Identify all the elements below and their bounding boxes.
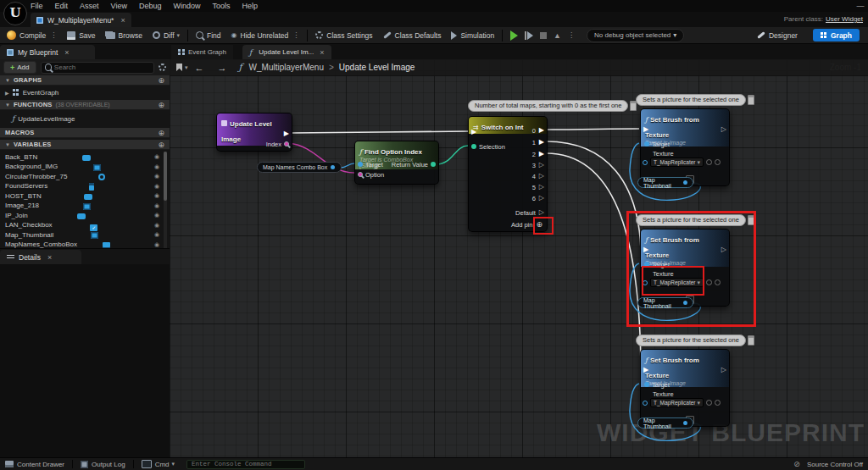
collapse-arrow-icon[interactable]: ▼: [5, 142, 10, 147]
details-tab[interactable]: Details ×: [0, 250, 81, 264]
breadcrumb-root[interactable]: W_MultiplayerMenu: [249, 63, 324, 72]
hide-unrelated-options-icon[interactable]: ⋮: [292, 31, 299, 39]
index-out-pin[interactable]: Index: [266, 139, 289, 149]
close-icon[interactable]: ×: [64, 48, 69, 57]
comment-set-brush[interactable]: Sets a picture for the selected one: [636, 335, 754, 346]
variable-row[interactable]: LAN_Checkbox ✓ ◉: [0, 220, 164, 230]
exec-in-pin[interactable]: ▶: [643, 124, 648, 135]
variable-row[interactable]: Background_IMG ◉: [0, 162, 164, 172]
variable-row[interactable]: FoundServers ◉: [0, 181, 164, 191]
browse-asset-icon[interactable]: [715, 400, 721, 406]
asset-tab[interactable]: W_MultiplayerMenu* ×: [31, 13, 131, 27]
find-button[interactable]: Find: [196, 31, 221, 40]
scrollbar-thumb[interactable]: [164, 152, 167, 201]
expand-arrow-icon[interactable]: ▶: [5, 90, 9, 96]
eye-icon[interactable]: ◉: [154, 241, 159, 248]
eject-button[interactable]: ▲: [554, 31, 561, 40]
eye-icon[interactable]: ◉: [154, 183, 159, 190]
node-switch-on-int[interactable]: ⇉Switch on Int ▶ Selection 0▶ 1▶ 2▶ 3▷ 4…: [468, 116, 548, 232]
close-icon[interactable]: ×: [47, 253, 52, 262]
node-map-names-combo-box[interactable]: Map Names Combo Box: [257, 162, 342, 173]
node-update-level-image[interactable]: Update Level Image ▶ Index: [216, 113, 292, 152]
exec-out-pin[interactable]: ▷: [721, 365, 726, 375]
designer-button[interactable]: Designer: [757, 31, 798, 40]
exec-out-pin[interactable]: ▶: [284, 129, 289, 139]
menu-asset[interactable]: Asset: [80, 2, 99, 10]
collapse-arrow-icon[interactable]: ▼: [5, 78, 10, 83]
console-input-box[interactable]: [186, 460, 305, 469]
switch-out-4[interactable]: 4▷: [532, 171, 544, 181]
event-graph-row[interactable]: ▶ EventGraph: [0, 87, 164, 97]
add-graph-icon[interactable]: ⊕: [158, 76, 164, 85]
graph-canvas[interactable]: Zoom -1 WIDGET BLUEPRINT Update Level Im…: [170, 59, 868, 457]
object-out-pin[interactable]: [683, 180, 687, 185]
exec-in-pin[interactable]: ▶: [643, 365, 648, 375]
object-out-pin[interactable]: [331, 165, 335, 169]
minimize-button[interactable]: —: [853, 2, 868, 10]
graph-button[interactable]: Graph: [813, 29, 860, 41]
update-level-image-tab[interactable]: ƒ Update Level Im... ×: [242, 45, 331, 59]
comment-pin-icon[interactable]: [748, 335, 754, 346]
eye-icon[interactable]: ◉: [154, 153, 159, 160]
compile-button[interactable]: Compile: [7, 30, 46, 40]
target-in-pin[interactable]: Target: [644, 379, 670, 390]
menu-file[interactable]: File: [31, 2, 43, 10]
frame-skip-button[interactable]: [525, 31, 533, 40]
comment-switch[interactable]: Number of total maps, starting with 0 as…: [468, 100, 637, 112]
variable-row[interactable]: HOST_BTN ◉: [0, 191, 164, 201]
switch-out-5[interactable]: 5▷: [532, 182, 544, 192]
add-button[interactable]: + Add: [3, 61, 36, 74]
eye-icon[interactable]: ◉: [154, 231, 159, 238]
menu-debug[interactable]: Debug: [139, 2, 162, 10]
chevron-down-icon[interactable]: ▾: [185, 64, 188, 71]
forward-arrow-icon[interactable]: →: [218, 63, 227, 73]
class-defaults-button[interactable]: Class Defaults: [383, 31, 442, 40]
switch-out-0[interactable]: 0▶: [532, 125, 544, 135]
settings-gear-icon[interactable]: [159, 64, 166, 71]
stop-button[interactable]: [540, 32, 547, 39]
eye-icon[interactable]: ◉: [154, 212, 159, 218]
output-log-button[interactable]: Output Log: [81, 461, 125, 468]
diff-button[interactable]: Diff ▾: [153, 31, 180, 40]
add-macro-icon[interactable]: ⊕: [158, 129, 164, 137]
play-options-icon[interactable]: ⋮: [568, 31, 575, 39]
play-button[interactable]: [510, 30, 518, 41]
content-drawer-button[interactable]: Content Drawer: [5, 461, 64, 468]
use-selected-asset-icon[interactable]: [706, 400, 712, 406]
variable-row[interactable]: CircularThrobber_75 ◉: [0, 171, 164, 181]
exec-out-pin[interactable]: ▷: [721, 124, 726, 135]
class-settings-button[interactable]: Class Settings: [315, 31, 372, 40]
debug-object-dropdown[interactable]: No debug object selected ▾: [587, 29, 684, 42]
scrollbar[interactable]: [164, 152, 167, 248]
compile-options-icon[interactable]: ⋮: [50, 31, 57, 39]
switch-out-6[interactable]: 6▷: [532, 193, 544, 203]
use-selected-asset-icon[interactable]: [706, 159, 712, 165]
close-icon[interactable]: ×: [120, 16, 125, 25]
menu-window[interactable]: Window: [173, 2, 200, 10]
menu-tools[interactable]: Tools: [212, 2, 230, 10]
back-arrow-icon[interactable]: ←: [195, 63, 204, 73]
source-control-button[interactable]: ⊘ Source Control Off: [793, 460, 863, 468]
variable-row[interactable]: IP_Join ◉: [0, 210, 164, 220]
menu-edit[interactable]: Edit: [55, 2, 69, 10]
node-set-brush-from-texture-3[interactable]: ƒSet Brush from Texture Target is Image …: [640, 349, 730, 427]
hide-unrelated-button[interactable]: ◉ Hide Unrelated: [231, 31, 289, 40]
variable-row[interactable]: Map_Thumbnail ◉: [0, 229, 164, 240]
simulation-button[interactable]: Simulation: [451, 31, 494, 40]
console-input[interactable]: [192, 461, 300, 467]
menu-view[interactable]: View: [111, 2, 127, 10]
event-graph-tab[interactable]: Event Graph: [171, 45, 233, 59]
option-in-pin[interactable]: Option: [358, 169, 384, 180]
exec-in-pin[interactable]: ▶: [471, 127, 476, 137]
bookmark-icon[interactable]: [176, 64, 182, 71]
node-map-thumbnail-1[interactable]: Map Thumbnail: [637, 177, 693, 188]
browse-asset-icon[interactable]: [715, 159, 721, 165]
eye-icon[interactable]: ◉: [154, 173, 159, 180]
function-row[interactable]: ƒ UpdateLevelImage: [0, 113, 164, 124]
texture-dropdown[interactable]: T_MapReplicater ▾: [650, 398, 704, 407]
my-blueprint-tab[interactable]: My Blueprint ×: [0, 45, 95, 59]
node-find-option-index[interactable]: ƒFind Option Index Target is ComboBox (S…: [354, 141, 439, 185]
switch-out-1[interactable]: 1▶: [532, 137, 544, 147]
eye-icon[interactable]: ◉: [154, 163, 159, 170]
eye-icon[interactable]: ◉: [154, 202, 159, 209]
